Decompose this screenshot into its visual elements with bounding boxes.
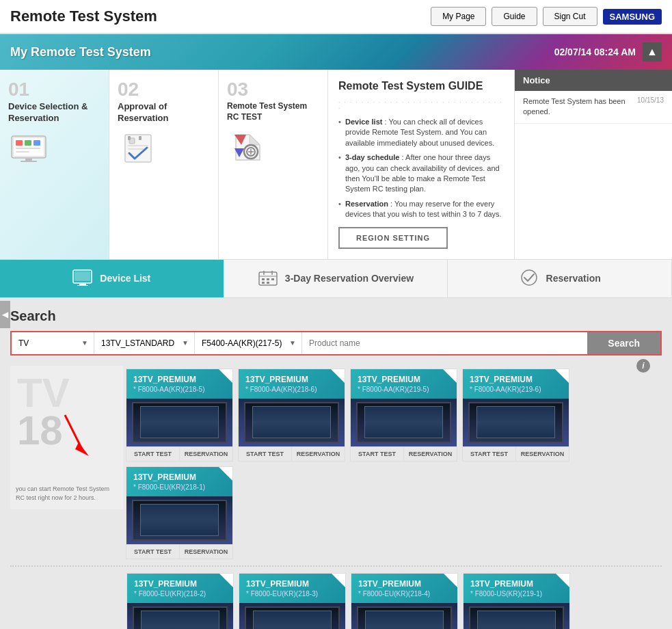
svg-rect-6 — [16, 151, 29, 152]
start-test-btn-1[interactable]: START TEST — [126, 447, 180, 461]
device-card-7-header: 13TV_PREMIUM F8000-EU(KR)(218-3) — [239, 574, 345, 603]
svg-rect-11 — [128, 136, 131, 140]
tab-3day-reservation[interactable]: 3-Day Reservation Overview — [224, 260, 448, 297]
device-card-6-header: 13TV_PREMIUM F8000-EU(KR)(218-2) — [127, 574, 233, 603]
app-title: Remote Test System — [10, 8, 157, 25]
reservation-btn-2[interactable]: RESERVATION — [292, 447, 345, 461]
step-2-number: 02 — [118, 80, 210, 99]
device-card-9-corner — [556, 574, 569, 587]
tab-reservation[interactable]: Reservation — [448, 260, 672, 297]
reservation-btn-1[interactable]: RESERVATION — [180, 447, 232, 461]
guide-section: 01 Device Selection & Reservation 02 — [0, 70, 672, 260]
device-screen-inner-5 — [132, 500, 228, 541]
guide-item-3: Reservation : You may reserve for the ev… — [338, 199, 504, 220]
start-test-btn-5[interactable]: START TEST — [126, 545, 180, 559]
category-select[interactable]: TV Monitor — [12, 333, 94, 353]
left-sidebar-arrow[interactable]: ◀ — [0, 301, 10, 328]
guide-title: Remote Test System GUIDE — [338, 80, 504, 92]
step-2: 02 Approval of Reservation — [109, 70, 219, 259]
device-card-8-name: 13TV_PREMIUM — [358, 579, 451, 589]
search-button[interactable]: Search — [587, 332, 660, 354]
device-card-2-header: 13TV_PREMIUM F8000-AA(KR)(218-6) — [239, 369, 345, 399]
guide-dots: · · · · · · · · · · · · · · · · · · · · … — [338, 99, 504, 111]
svg-rect-12 — [139, 136, 142, 140]
start-test-btn-3[interactable]: START TEST — [351, 447, 404, 461]
device-card-2: 13TV_PREMIUM F8000-AA(KR)(218-6) START T… — [238, 369, 345, 461]
device-screen — [140, 406, 219, 439]
device-card-5: 13TV_PREMIUM F8000-EU(KR)(218-1) START T… — [126, 466, 233, 559]
svg-rect-13 — [128, 145, 148, 146]
region-setting-button[interactable]: REGION SETTING — [338, 227, 448, 249]
tab-3day-label: 3-Day Reservation Overview — [285, 273, 414, 284]
guide-item-3-label: Reservation — [345, 200, 388, 208]
device-screen-inner-6 — [133, 606, 228, 629]
device-card-2-name: 13TV_PREMIUM — [245, 375, 338, 384]
samsung-logo: SAMSUNG — [603, 9, 662, 25]
device-screen-2 — [252, 406, 331, 439]
guide-item-1-label: Device list — [345, 118, 382, 126]
device-screen-8 — [365, 611, 444, 629]
search-section-title: Search — [10, 308, 662, 324]
device-card-3-image — [351, 399, 457, 446]
svg-rect-5 — [16, 148, 40, 149]
device-screen-5 — [140, 504, 219, 537]
tv-label-section: TV 18 you can start Remote Test System R… — [10, 366, 123, 509]
model-select[interactable]: F5400-AA(KR)(217-5) F8000-AA(KR)(218-5) — [195, 333, 301, 353]
step-3: 03 Remote Test System RC TEST — [219, 70, 328, 259]
devices-grid-row1: 13TV_PREMIUM F8000-AA(KR)(218-5) START T… — [123, 366, 662, 562]
device-card-2-image — [239, 399, 345, 446]
device-card-1-model: F8000-AA(KR)(218-5) — [133, 386, 226, 393]
device-card-5-image — [126, 496, 232, 544]
reservation-btn-3[interactable]: RESERVATION — [404, 447, 457, 461]
tv-description: you can start Remote Test System RC test… — [16, 485, 115, 502]
device-card-3-name: 13TV_PREMIUM — [358, 375, 450, 384]
device-card-6-corner — [219, 574, 233, 587]
device-card-8-model: F8000-EU(KR)(218-4) — [358, 590, 451, 598]
device-card-7: 13TV_PREMIUM F8000-EU(KR)(218-3) START T… — [239, 573, 346, 629]
type-select[interactable]: 13TV_LSTANDARD 13TV_PREMIUM — [94, 333, 194, 353]
my-page-button[interactable]: My Page — [431, 7, 486, 26]
start-test-btn-2[interactable]: START TEST — [239, 447, 292, 461]
device-screen-inner-7 — [245, 606, 340, 629]
device-card-9-name: 13TV_PREMIUM — [470, 579, 563, 589]
guide-items: Device list : You can check all of devic… — [338, 117, 504, 220]
device-card-5-model: F8000-EU(KR)(218-1) — [133, 483, 226, 491]
device-card-1: 13TV_PREMIUM F8000-AA(KR)(218-5) START T… — [126, 369, 233, 461]
device-screen-4 — [476, 406, 555, 439]
device-card-1-corner — [219, 369, 232, 383]
reservation-btn-5[interactable]: RESERVATION — [180, 545, 232, 559]
svg-marker-38 — [75, 442, 89, 456]
guide-item-1: Device list : You can check all of devic… — [338, 117, 504, 148]
reservation-btn-4[interactable]: RESERVATION — [516, 447, 569, 461]
device-list-icon — [72, 269, 93, 288]
product-name-input[interactable] — [302, 332, 587, 354]
device-card-7-model: F8000-EU(KR)(218-3) — [246, 590, 338, 598]
devices-section-row1: TV 18 you can start Remote Test System R… — [10, 366, 662, 562]
step-2-title: Approval of Reservation — [118, 101, 210, 124]
device-card-8-header: 13TV_PREMIUM F8000-EU(KR)(218-4) — [351, 574, 457, 603]
device-card-9-image — [463, 603, 569, 629]
guide-button[interactable]: Guide — [492, 7, 537, 26]
red-arrow-indicator — [44, 412, 92, 468]
device-screen-inner — [132, 402, 228, 443]
device-card-7-corner — [332, 574, 345, 587]
step-2-icon — [118, 131, 159, 165]
device-card-2-corner — [331, 369, 345, 383]
device-card-1-header: 13TV_PREMIUM F8000-AA(KR)(218-5) — [126, 369, 232, 399]
svg-rect-33 — [271, 278, 274, 280]
device-screen-inner-2 — [244, 402, 340, 443]
device-card-5-corner — [219, 467, 232, 481]
info-button[interactable]: i — [636, 359, 650, 373]
device-card-6-image — [127, 603, 233, 629]
subheader-right: 02/07/14 08:24 AM ▲ — [554, 42, 662, 62]
tab-device-list[interactable]: Device List — [0, 260, 224, 297]
svg-rect-3 — [25, 140, 31, 146]
start-test-btn-4[interactable]: START TEST — [463, 447, 516, 461]
notice-header: Notice — [515, 70, 672, 91]
search-bar: TV Monitor 13TV_LSTANDARD 13TV_PREMIUM F… — [10, 331, 662, 356]
category-select-wrapper: TV Monitor — [12, 332, 94, 354]
guide-text-area: Remote Test System GUIDE · · · · · · · ·… — [328, 70, 515, 259]
subheader-arrow-button[interactable]: ▲ — [643, 42, 662, 62]
device-card-6: 13TV_PREMIUM F8000-EU(KR)(218-2) START T… — [126, 573, 234, 629]
sign-out-button[interactable]: Sign Cut — [543, 7, 597, 26]
